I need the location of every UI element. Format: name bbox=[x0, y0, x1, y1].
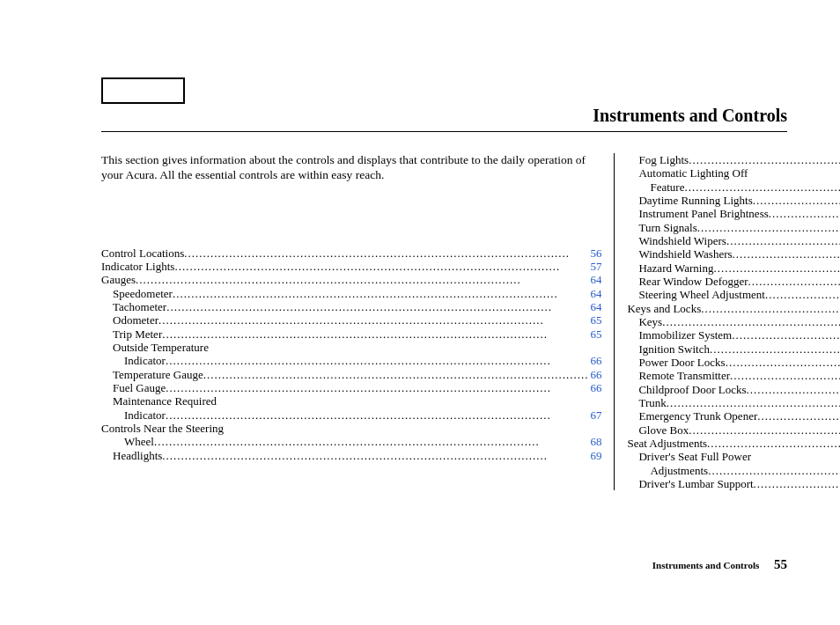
toc-leader bbox=[730, 369, 840, 382]
toc-label: Indicator bbox=[124, 354, 166, 367]
footer-page-number: 55 bbox=[774, 557, 787, 571]
intro-text: This section gives information about the… bbox=[101, 153, 601, 183]
toc-page-link[interactable]: 65 bbox=[588, 327, 601, 341]
toc-leader bbox=[726, 234, 840, 247]
toc-label: Windshield Wipers bbox=[638, 234, 726, 247]
toc-label: Headlights bbox=[113, 449, 162, 462]
toc-item: Emergency Trunk Opener86 bbox=[627, 409, 840, 423]
toc-item: Turn Signals71 bbox=[627, 221, 840, 234]
toc-label: Fog Lights bbox=[638, 153, 689, 166]
toc-item: Instrument Panel Brightness71 bbox=[627, 207, 840, 220]
toc-label: Power Door Locks bbox=[638, 356, 725, 369]
toc-leader bbox=[662, 315, 840, 328]
toc-label: Maintenance Required bbox=[113, 394, 217, 408]
toc-item: Indicator66 bbox=[101, 354, 601, 367]
toc-leader bbox=[166, 381, 588, 394]
toc-leader bbox=[158, 313, 588, 327]
toc-item: Tachometer64 bbox=[101, 300, 601, 313]
toc-leader bbox=[166, 354, 589, 367]
toc-item: Power Door Locks79 bbox=[627, 356, 840, 369]
toc-label: Gauges bbox=[101, 273, 136, 286]
toc-item: Speedometer64 bbox=[101, 287, 601, 300]
toc-item: Temperature Gauge66 bbox=[101, 368, 601, 381]
toc-leader bbox=[753, 194, 840, 207]
header-rule bbox=[101, 131, 787, 132]
toc-leader bbox=[765, 288, 840, 301]
toc-label: Glove Box bbox=[638, 423, 689, 437]
toc-item: Driver's Lumbar Support90 bbox=[627, 477, 840, 490]
toc-leader bbox=[746, 383, 840, 396]
toc-columns: This section gives information about the… bbox=[101, 153, 787, 490]
toc-label: Adjustments bbox=[650, 464, 708, 477]
toc-leader bbox=[769, 207, 840, 220]
toc-label: Remote Transmitter bbox=[638, 369, 730, 382]
toc-item: Rear Window Defogger74 bbox=[627, 275, 840, 288]
toc-label: Windshield Washers bbox=[638, 247, 732, 261]
toc-leader bbox=[173, 287, 589, 300]
toc-leader bbox=[184, 246, 588, 260]
toc-item: Maintenance Required bbox=[101, 394, 601, 408]
page-header: Instruments and Controls bbox=[101, 106, 787, 132]
toc-leader bbox=[732, 328, 840, 342]
toc-label: Keys and Locks bbox=[627, 302, 701, 315]
toc-leader bbox=[757, 409, 840, 423]
toc-item: Indicator67 bbox=[101, 408, 601, 422]
toc-label: Feature bbox=[650, 180, 684, 194]
toc-leader bbox=[707, 437, 840, 450]
footer-section: Instruments and Controls bbox=[652, 560, 759, 570]
toc-item: Hazard Warning73 bbox=[627, 261, 840, 275]
toc-leader bbox=[166, 300, 588, 313]
toc-item: Driver's Seat Full Power bbox=[627, 450, 840, 463]
toc-page-link[interactable]: 65 bbox=[588, 313, 601, 327]
toc-label: Fuel Gauge bbox=[113, 381, 166, 394]
toc-label: Indicator bbox=[124, 408, 166, 422]
page-title: Instruments and Controls bbox=[101, 106, 787, 131]
toc-page-link[interactable]: 67 bbox=[588, 408, 601, 422]
toc-label: Immobilizer System bbox=[638, 328, 732, 342]
toc-leader bbox=[701, 302, 840, 315]
toc-label: Temperature Gauge bbox=[113, 368, 203, 381]
toc-page-link[interactable]: 64 bbox=[588, 287, 601, 300]
toc-label: Seat Adjustments bbox=[627, 437, 707, 450]
toc-page-link[interactable]: 69 bbox=[588, 449, 601, 462]
toc-page-link[interactable]: 64 bbox=[588, 273, 601, 286]
toc-item: Outside Temperature bbox=[101, 341, 601, 354]
toc-leader bbox=[713, 261, 840, 275]
toc-leader bbox=[162, 327, 588, 341]
page-footer: Instruments and Controls 55 bbox=[652, 557, 787, 572]
toc-leader bbox=[689, 423, 840, 437]
toc-list-1: Control Locations56Indicator Lights57Gau… bbox=[101, 246, 601, 462]
toc-label: Daytime Running Lights bbox=[638, 194, 752, 207]
toc-item: Indicator Lights57 bbox=[101, 260, 601, 273]
toc-page-link[interactable]: 66 bbox=[588, 381, 601, 394]
toc-item: Wheel68 bbox=[101, 435, 601, 448]
toc-item: Trunk85 bbox=[627, 396, 840, 409]
toc-page-link[interactable]: 64 bbox=[588, 300, 601, 313]
toc-item: Trip Meter65 bbox=[101, 327, 601, 341]
toc-label: Ignition Switch bbox=[638, 342, 710, 356]
toc-item: Adjustments88 bbox=[627, 464, 840, 477]
toc-page-link[interactable]: 68 bbox=[588, 435, 601, 448]
toc-leader bbox=[708, 464, 840, 477]
toc-page-link[interactable]: 66 bbox=[588, 368, 601, 381]
toc-label: Driver's Seat Full Power bbox=[638, 450, 751, 463]
toc-page-link[interactable]: 57 bbox=[588, 260, 601, 273]
toc-item: Headlights69 bbox=[101, 449, 601, 462]
toc-label: Controls Near the Steering bbox=[101, 422, 224, 435]
toc-label: Emergency Trunk Opener bbox=[638, 409, 757, 423]
toc-leader bbox=[136, 273, 588, 286]
toc-leader bbox=[733, 247, 840, 261]
toc-leader bbox=[162, 449, 588, 462]
toc-page-link[interactable]: 66 bbox=[588, 354, 601, 367]
toc-item: Steering Wheel Adjustment75 bbox=[627, 288, 840, 301]
toc-leader bbox=[684, 180, 840, 194]
toc-leader bbox=[710, 342, 840, 356]
toc-label: Trip Meter bbox=[113, 327, 162, 341]
toc-label: Outside Temperature bbox=[113, 341, 209, 354]
header-box bbox=[101, 77, 185, 104]
toc-label: Speedometer bbox=[113, 287, 173, 300]
toc-label: Indicator Lights bbox=[101, 260, 174, 273]
toc-page-link[interactable]: 56 bbox=[588, 246, 601, 260]
toc-leader bbox=[689, 153, 840, 166]
column-1: This section gives information about the… bbox=[101, 153, 615, 490]
